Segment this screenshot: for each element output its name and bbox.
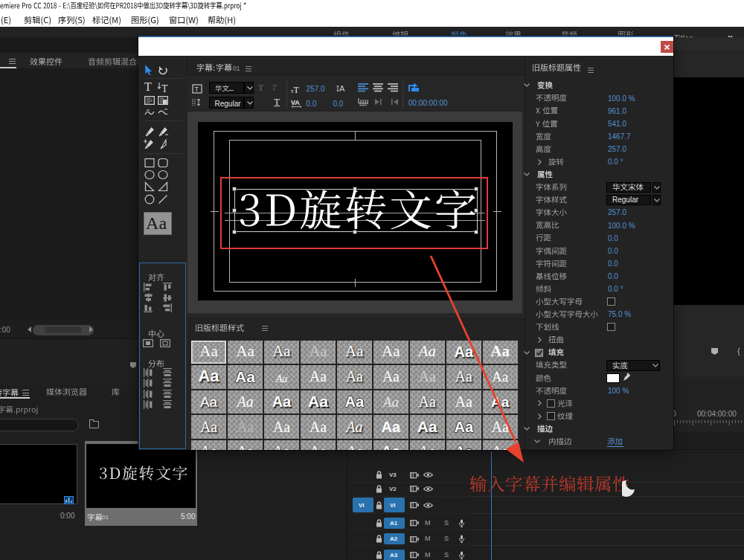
svg-text:VA: VA	[291, 99, 300, 106]
svg-text:T: T	[195, 86, 199, 93]
svg-text:T: T	[161, 83, 168, 93]
svg-text:A: A	[339, 84, 345, 93]
